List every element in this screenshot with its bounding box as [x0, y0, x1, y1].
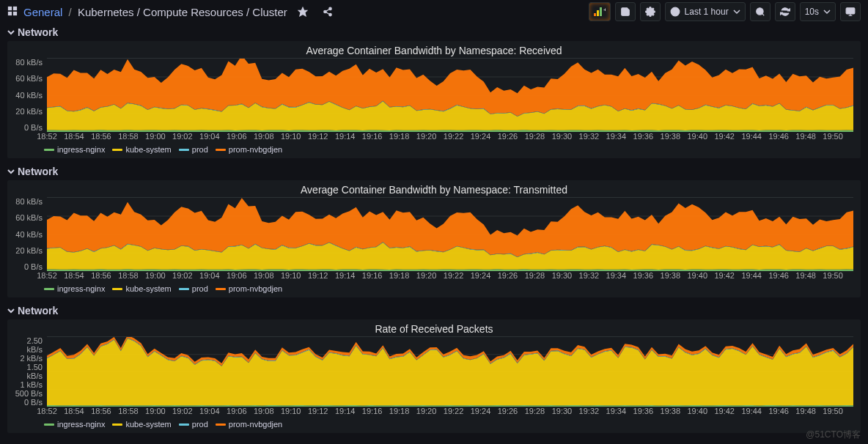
panel-bandwidth-transmitted[interactable]: Average Container Bandwidth by Namespace…: [7, 180, 861, 297]
panel-title: Rate of Received Packets: [7, 319, 861, 336]
svg-line-17: [762, 14, 764, 16]
panel-rate-received-packets[interactable]: Rate of Received Packets 2.50 kB/s2 kB/s…: [7, 319, 861, 433]
chevron-down-icon: [7, 168, 15, 175]
legend: ingress-nginxkube-systemprodprom-nvbgdje…: [7, 281, 861, 297]
panel-title: Average Container Bandwidth by Namespace…: [7, 41, 861, 58]
x-axis: 18:5218:5418:5618:5819:0019:0219:0419:06…: [47, 132, 853, 142]
chevron-down-icon: [7, 307, 15, 314]
svg-line-9: [326, 12, 329, 14]
refresh-interval-picker[interactable]: 10s: [800, 2, 836, 21]
add-panel-button[interactable]: +: [589, 2, 611, 21]
legend-item[interactable]: kube-system: [112, 420, 171, 429]
y-axis: 80 kB/s60 kB/s40 kB/s20 kB/s0 B/s: [12, 58, 45, 132]
svg-rect-11: [597, 10, 599, 16]
plot-area[interactable]: [47, 197, 853, 271]
breadcrumb-root[interactable]: General: [23, 6, 62, 18]
svg-marker-4: [298, 7, 307, 16]
legend-item[interactable]: prod: [179, 145, 208, 154]
dashboard-grid-icon[interactable]: [7, 6, 18, 18]
svg-rect-1: [13, 6, 17, 10]
breadcrumb-page[interactable]: Kubernetes / Compute Resources / Cluster: [78, 6, 287, 18]
star-icon[interactable]: [293, 2, 312, 21]
chevron-down-icon: [823, 8, 831, 15]
header: General / Kubernetes / Compute Resources…: [0, 0, 868, 23]
legend-item[interactable]: prom-nvbgdjen: [216, 145, 282, 154]
legend: ingress-nginxkube-systemprodprom-nvbgdje…: [7, 417, 861, 433]
panel-bandwidth-received[interactable]: Average Container Bandwidth by Namespace…: [7, 41, 861, 158]
share-icon[interactable]: [318, 2, 337, 21]
breadcrumb: General / Kubernetes / Compute Resources…: [23, 6, 287, 18]
time-range-picker[interactable]: Last 1 hour: [665, 2, 746, 21]
x-axis: 18:5218:5418:5618:5819:0019:0219:0419:06…: [47, 271, 853, 281]
svg-text:+: +: [603, 7, 606, 13]
legend-item[interactable]: prom-nvbgdjen: [216, 284, 282, 293]
watermark: @51CTO博客: [806, 429, 861, 441]
svg-rect-2: [8, 11, 12, 15]
row-header-network-2[interactable]: Network: [0, 163, 868, 180]
refresh-button[interactable]: [775, 2, 795, 21]
plot-area[interactable]: [47, 336, 853, 407]
legend-item[interactable]: prod: [179, 284, 208, 293]
legend-item[interactable]: prod: [179, 420, 208, 429]
x-axis: 18:5218:5418:5618:5819:0019:0219:0419:06…: [47, 407, 853, 417]
svg-rect-3: [13, 11, 17, 15]
legend-item[interactable]: ingress-nginx: [44, 420, 105, 429]
legend: ingress-nginxkube-systemprodprom-nvbgdje…: [7, 142, 861, 158]
legend-item[interactable]: kube-system: [112, 145, 171, 154]
legend-item[interactable]: prom-nvbgdjen: [216, 420, 282, 429]
row-header-network-1[interactable]: Network: [0, 23, 868, 41]
y-axis: 2.50 kB/s2 kB/s1.50 kB/s1 kB/s500 B/s0 B…: [12, 336, 45, 407]
tv-mode-button[interactable]: [840, 2, 861, 21]
svg-line-8: [326, 10, 329, 11]
svg-rect-12: [600, 7, 602, 16]
svg-rect-19: [846, 8, 855, 14]
svg-rect-0: [8, 6, 12, 10]
svg-point-6: [324, 10, 327, 13]
plot-area[interactable]: [47, 58, 853, 132]
svg-point-7: [329, 13, 332, 16]
row-header-network-3[interactable]: Network: [0, 302, 868, 319]
legend-item[interactable]: ingress-nginx: [44, 284, 105, 293]
chevron-down-icon: [7, 29, 15, 36]
legend-item[interactable]: ingress-nginx: [44, 145, 105, 154]
y-axis: 80 kB/s60 kB/s40 kB/s20 kB/s0 B/s: [12, 197, 45, 271]
chevron-down-icon: [733, 8, 740, 15]
svg-rect-10: [594, 13, 596, 16]
zoom-out-button[interactable]: [750, 2, 770, 21]
svg-point-5: [329, 7, 332, 10]
panel-title: Average Container Bandwidth by Namespace…: [7, 180, 861, 197]
settings-button[interactable]: [640, 2, 661, 21]
save-button[interactable]: [615, 2, 636, 21]
legend-item[interactable]: kube-system: [112, 284, 171, 293]
